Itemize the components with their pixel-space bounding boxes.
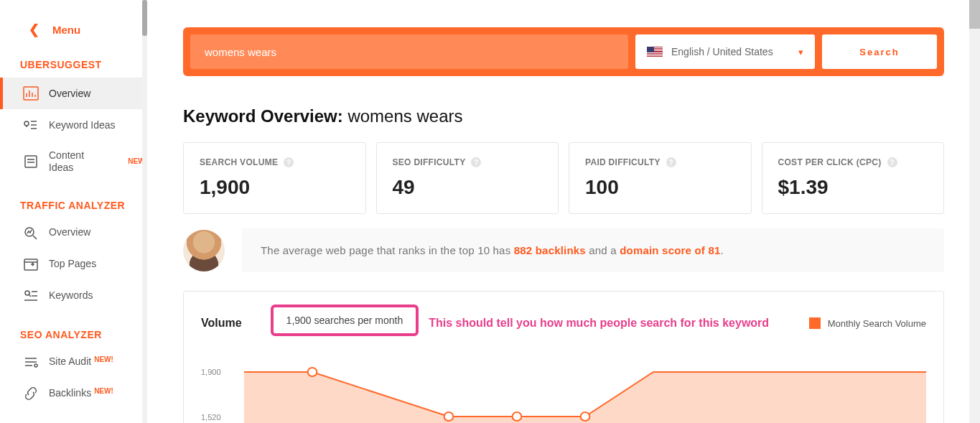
- help-icon[interactable]: ?: [666, 157, 676, 167]
- tip-row: The average web page that ranks in the t…: [183, 228, 944, 272]
- svg-point-8: [444, 412, 454, 421]
- section-header-seo: SEO ANALYZER: [0, 312, 147, 346]
- svg-point-9: [513, 412, 522, 421]
- chevron-down-icon: ▾: [798, 47, 803, 57]
- metric-label: SEARCH VOLUME: [200, 157, 278, 167]
- search-button[interactable]: Search: [822, 34, 937, 69]
- bulb-list-icon: [23, 118, 39, 132]
- sidebar-item-label: Top Pages: [49, 258, 147, 270]
- chart-bar-icon: [23, 86, 39, 101]
- svg-point-7: [308, 368, 317, 376]
- keyword-input[interactable]: [190, 34, 628, 69]
- page-title: Keyword Overview: womens wears: [183, 76, 980, 142]
- svg-point-1: [24, 121, 29, 126]
- sidebar-item-traffic-overview[interactable]: Overview: [0, 217, 147, 248]
- sidebar-item-label: Overview: [49, 88, 147, 100]
- svg-rect-2: [25, 156, 37, 167]
- sidebar-item-site-audit[interactable]: Site AuditNEW!: [0, 346, 147, 378]
- tip-highlight-domain-score: domain score of 81: [620, 244, 720, 256]
- sidebar-item-keywords[interactable]: Keywords: [0, 280, 147, 312]
- section-header-traffic: TRAFFIC ANALYZER: [0, 182, 147, 217]
- help-icon[interactable]: ?: [887, 157, 897, 167]
- sidebar-item-label: Site AuditNEW!: [49, 355, 147, 368]
- tip-highlight-backlinks: 882 backlinks: [514, 244, 586, 256]
- sidebar-item-overview[interactable]: Overview: [0, 78, 147, 109]
- annotation-text: This should tell you how much people sea…: [429, 317, 769, 330]
- svg-point-10: [581, 412, 590, 421]
- metric-card-seo-difficulty: SEO DIFFICULTY? 49: [376, 142, 559, 214]
- svg-rect-0: [24, 87, 38, 100]
- page-scrollbar[interactable]: [969, 0, 980, 423]
- help-icon[interactable]: ?: [284, 157, 294, 167]
- new-badge: NEW!: [94, 387, 113, 395]
- sidebar-item-label: Content Ideas: [49, 149, 115, 174]
- tip-box: The average web page that ranks in the t…: [242, 228, 944, 272]
- magnifier-chart-icon: [23, 226, 39, 240]
- list-search-icon: [23, 289, 39, 303]
- menu-back-button[interactable]: ❮ Menu: [0, 0, 147, 37]
- legend-swatch-icon: [809, 317, 821, 329]
- brand-title: UBERSUGGEST: [0, 37, 147, 78]
- metric-value: 100: [585, 176, 735, 199]
- sidebar: ❮ Menu UBERSUGGEST Overview Keyword Idea…: [0, 0, 147, 423]
- y-tick: 1,900: [201, 368, 221, 376]
- metric-card-cpc: COST PER CLICK (CPC)? $1.39: [762, 142, 945, 214]
- main-content: English / United States ▾ Search Keyword…: [147, 0, 980, 423]
- language-label: English / United States: [671, 46, 790, 57]
- sidebar-item-keyword-ideas[interactable]: Keyword Ideas: [0, 109, 147, 141]
- chevron-left-icon: ❮: [29, 22, 39, 37]
- y-tick: 1,520: [201, 413, 221, 422]
- metric-label: COST PER CLICK (CPC): [778, 157, 882, 167]
- sidebar-item-label: Overview: [49, 226, 147, 238]
- document-icon: [23, 154, 39, 169]
- metric-card-search-volume: SEARCH VOLUME? 1,900: [183, 142, 366, 214]
- sidebar-item-label: Keywords: [49, 289, 147, 302]
- audit-icon: [23, 355, 39, 369]
- sidebar-item-content-ideas[interactable]: Content Ideas NEW!: [0, 141, 147, 182]
- flag-us-icon: [647, 47, 663, 57]
- metric-label: SEO DIFFICULTY: [393, 157, 466, 167]
- metric-value: 49: [393, 176, 543, 199]
- chart-area: 1,900 1,520: [201, 352, 926, 423]
- avatar: [183, 230, 225, 271]
- sidebar-item-label: BacklinksNEW!: [49, 387, 147, 399]
- chart-legend: Monthly Search Volume: [809, 317, 926, 329]
- help-icon[interactable]: ?: [471, 157, 481, 167]
- language-selector[interactable]: English / United States ▾: [635, 34, 815, 69]
- volume-badge: 1,900 searches per month: [271, 305, 419, 336]
- volume-line-chart: [244, 352, 926, 423]
- new-badge: NEW!: [94, 355, 113, 363]
- sidebar-item-label: Keyword Ideas: [49, 119, 147, 131]
- menu-label: Menu: [52, 24, 80, 36]
- sidebar-scrollbar[interactable]: [142, 0, 147, 423]
- link-icon: [23, 386, 39, 401]
- volume-chart-card: Volume 1,900 searches per month This sho…: [183, 291, 944, 423]
- calendar-arrow-icon: [23, 257, 39, 271]
- metric-label: PAID DIFFICULTY: [585, 157, 661, 167]
- metric-card-paid-difficulty: PAID DIFFICULTY? 100: [569, 142, 752, 214]
- svg-point-6: [34, 364, 37, 367]
- chart-title: Volume: [201, 317, 242, 330]
- sidebar-item-backlinks[interactable]: BacklinksNEW!: [0, 378, 147, 409]
- metric-value: $1.39: [778, 176, 928, 199]
- sidebar-item-top-pages[interactable]: Top Pages: [0, 248, 147, 280]
- metrics-row: SEARCH VOLUME? 1,900 SEO DIFFICULTY? 49 …: [183, 142, 944, 214]
- legend-label: Monthly Search Volume: [828, 318, 926, 329]
- search-bar: English / United States ▾ Search: [183, 27, 944, 76]
- metric-value: 1,900: [200, 176, 350, 199]
